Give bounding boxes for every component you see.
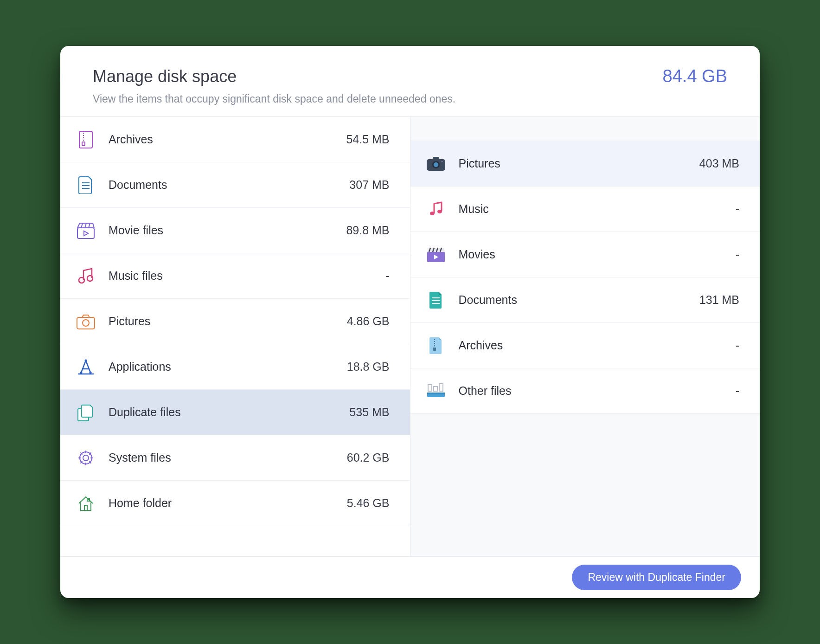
- zip-icon: [426, 336, 446, 355]
- subcategory-list: Pictures403 MBMusic-Movies-Documents131 …: [410, 117, 760, 556]
- row-label: Home folder: [109, 496, 325, 510]
- music-icon: [76, 266, 96, 286]
- svg-rect-2: [82, 142, 85, 146]
- svg-rect-35: [433, 348, 436, 351]
- category-row-archives[interactable]: Archives54.5 MB: [60, 117, 410, 162]
- svg-rect-38: [439, 384, 443, 391]
- row-label: Archives: [109, 133, 325, 146]
- row-label: Pictures: [109, 315, 325, 328]
- other-files-icon: [426, 381, 446, 401]
- category-row-pictures[interactable]: Pictures4.86 GB: [60, 299, 410, 344]
- music-note-icon: [426, 200, 446, 219]
- subcategory-row-archives[interactable]: Archives-: [410, 323, 760, 368]
- svg-point-27: [430, 212, 435, 215]
- subcategory-row-pictures[interactable]: Pictures403 MB: [410, 141, 760, 187]
- subcategory-row-music[interactable]: Music-: [410, 187, 760, 232]
- row-size: -: [674, 384, 739, 398]
- svg-point-19: [83, 455, 89, 461]
- row-label: Movies: [459, 248, 675, 261]
- svg-point-28: [437, 210, 442, 213]
- review-duplicate-finder-button[interactable]: Review with Duplicate Finder: [572, 565, 741, 590]
- svg-point-11: [79, 277, 84, 283]
- category-row-applications[interactable]: Applications18.8 GB: [60, 344, 410, 390]
- svg-point-25: [434, 162, 438, 167]
- row-size: 18.8 GB: [325, 360, 390, 374]
- row-label: Music: [459, 202, 675, 216]
- disk-space-window: Manage disk space 84.4 GB View the items…: [60, 46, 760, 598]
- category-row-duplicate-files[interactable]: Duplicate files535 MB: [60, 390, 410, 435]
- movie-icon: [76, 221, 96, 240]
- svg-line-8: [85, 223, 86, 228]
- category-row-movie-files[interactable]: Movie files89.8 MB: [60, 208, 410, 253]
- duplicate-icon: [76, 403, 96, 422]
- document-icon: [76, 175, 96, 195]
- row-size: -: [325, 269, 390, 283]
- category-row-system-files[interactable]: System files60.2 GB: [60, 435, 410, 481]
- row-label: Documents: [459, 293, 675, 307]
- app-icon: [76, 357, 96, 377]
- row-label: Documents: [109, 178, 325, 192]
- page-subtitle: View the items that occupy significant d…: [93, 93, 727, 105]
- row-label: Applications: [109, 360, 325, 374]
- doc-solid-icon: [426, 290, 446, 310]
- row-label: System files: [109, 451, 325, 464]
- svg-rect-13: [77, 317, 95, 329]
- svg-point-12: [87, 276, 93, 281]
- row-size: 4.86 GB: [325, 315, 390, 328]
- row-label: Pictures: [459, 157, 675, 170]
- svg-rect-40: [427, 393, 445, 394]
- row-label: Music files: [109, 269, 325, 283]
- category-list: Archives54.5 MBDocuments307 MBMovie file…: [60, 117, 410, 556]
- category-row-music-files[interactable]: Music files-: [60, 253, 410, 299]
- subcategory-row-documents[interactable]: Documents131 MB: [410, 277, 760, 323]
- row-size: 535 MB: [325, 406, 390, 419]
- svg-rect-36: [428, 385, 432, 391]
- row-size: 5.46 GB: [325, 496, 390, 510]
- row-size: 131 MB: [674, 293, 739, 307]
- header: Manage disk space 84.4 GB View the items…: [60, 46, 760, 117]
- svg-rect-6: [77, 228, 94, 238]
- content: Archives54.5 MBDocuments307 MBMovie file…: [60, 117, 760, 556]
- archive-icon: [76, 130, 96, 149]
- row-size: 54.5 MB: [325, 133, 390, 146]
- gear-icon: [76, 448, 96, 468]
- row-label: Movie files: [109, 224, 325, 237]
- category-row-home-folder[interactable]: Home folder5.46 GB: [60, 481, 410, 526]
- svg-point-14: [83, 320, 89, 326]
- row-size: -: [674, 202, 739, 216]
- clapper-icon: [426, 245, 446, 264]
- svg-marker-10: [84, 231, 88, 236]
- row-size: 403 MB: [674, 157, 739, 170]
- svg-point-20: [80, 452, 92, 464]
- home-icon: [76, 494, 96, 513]
- svg-point-15: [85, 359, 87, 361]
- subcategory-row-other-files[interactable]: Other files-: [410, 368, 760, 414]
- camera-icon: [426, 154, 446, 174]
- row-size: 60.2 GB: [325, 451, 390, 464]
- page-title: Manage disk space: [93, 67, 237, 86]
- svg-rect-21: [84, 505, 87, 510]
- category-row-documents[interactable]: Documents307 MB: [60, 162, 410, 208]
- row-size: 89.8 MB: [325, 224, 390, 237]
- svg-line-7: [81, 223, 83, 228]
- row-label: Archives: [459, 339, 675, 352]
- empty-space: [410, 414, 760, 556]
- row-label: Duplicate files: [109, 406, 325, 419]
- total-size: 84.4 GB: [663, 66, 727, 86]
- row-size: -: [674, 339, 739, 352]
- svg-rect-0: [79, 131, 92, 148]
- row-label: Other files: [459, 384, 675, 398]
- row-size: -: [674, 248, 739, 261]
- header-top: Manage disk space 84.4 GB: [93, 66, 727, 86]
- spacer: [410, 117, 760, 141]
- footer: Review with Duplicate Finder: [60, 556, 760, 598]
- subcategory-row-movies[interactable]: Movies-: [410, 232, 760, 277]
- svg-point-26: [441, 161, 442, 162]
- row-size: 307 MB: [325, 178, 390, 192]
- svg-line-9: [89, 223, 90, 228]
- svg-rect-37: [434, 386, 437, 391]
- picture-icon: [76, 312, 96, 331]
